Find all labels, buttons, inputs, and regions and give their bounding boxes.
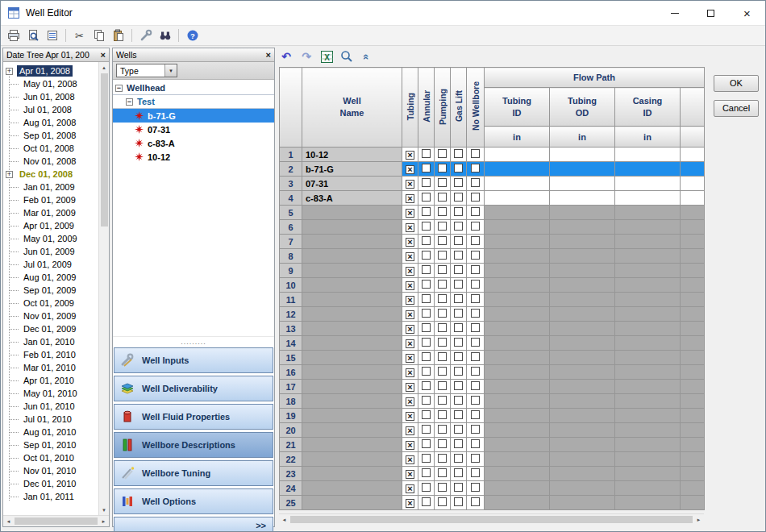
unchecked-checkbox[interactable] [454,193,463,202]
date-tree-item[interactable]: Nov 01, 2009 [3,310,98,322]
unchecked-checkbox[interactable] [454,483,463,492]
date-tree-item[interactable]: Mar 01, 2010 [3,361,98,374]
date-tree-item[interactable]: Jul 01, 2010 [3,413,98,426]
value-cell[interactable] [485,322,550,336]
value-cell[interactable] [485,220,550,235]
checked-checkbox[interactable]: × [406,441,414,450]
collapse-panel-button[interactable]: >> [114,517,273,531]
unchecked-checkbox[interactable] [438,439,447,448]
find-icon[interactable] [156,27,173,44]
date-tree-item[interactable]: Sep 01, 2008 [3,129,98,142]
checked-checkbox[interactable]: × [406,354,414,363]
row-number[interactable]: 14 [280,336,302,351]
date-tree-item[interactable]: +Apr 01, 2008 [3,64,98,77]
unchecked-checkbox[interactable] [454,468,463,477]
scroll-right-icon[interactable]: ► [693,514,704,525]
well-name-cell[interactable] [302,293,402,307]
help-icon[interactable]: ? [184,27,201,44]
value-cell[interactable] [550,206,615,220]
date-tree-item[interactable]: Apr 01, 2010 [3,374,98,387]
value-cell[interactable] [615,278,681,293]
grid-horizontal-scrollbar[interactable]: ◄ ► [279,513,704,525]
value-cell[interactable] [615,394,681,409]
date-tree-item[interactable]: May 01, 2008 [3,77,98,90]
row-number[interactable]: 21 [280,438,302,452]
well-name-cell[interactable] [302,264,402,278]
well-name-cell[interactable] [302,380,402,394]
no-wellbore-column-header[interactable]: No Wellbore [467,68,485,148]
row-number[interactable]: 18 [280,394,302,409]
value-cell[interactable] [485,380,550,394]
value-cell[interactable] [615,467,681,481]
unchecked-checkbox[interactable] [422,468,431,477]
unchecked-checkbox[interactable] [422,425,431,434]
checked-checkbox[interactable]: × [406,151,414,160]
unchecked-checkbox[interactable] [422,309,431,318]
value-cell[interactable] [550,278,615,293]
unchecked-checkbox[interactable] [471,352,480,361]
scroll-left-icon[interactable]: ◄ [3,516,14,526]
unchecked-checkbox[interactable] [422,207,431,216]
value-cell[interactable] [550,235,615,249]
unchecked-checkbox[interactable] [454,294,463,303]
value-cell[interactable] [615,191,681,206]
date-tree-item[interactable]: Oct 01, 2009 [3,297,98,310]
unchecked-checkbox[interactable] [422,280,431,289]
tubing-column-header[interactable]: Tubing [402,68,418,148]
checked-checkbox[interactable]: × [406,209,414,218]
date-tree-item[interactable]: Jun 01, 2009 [3,245,98,258]
value-cell[interactable] [615,336,681,351]
value-cell[interactable] [485,293,550,307]
wells-tree-root[interactable]: − Wellhead [113,81,274,95]
unchecked-checkbox[interactable] [471,149,480,158]
value-cell[interactable] [485,177,550,191]
unchecked-checkbox[interactable] [438,381,447,390]
unchecked-checkbox[interactable] [454,265,463,274]
unchecked-checkbox[interactable] [422,178,431,187]
unchecked-checkbox[interactable] [422,439,431,448]
unchecked-checkbox[interactable] [471,164,480,172]
unchecked-checkbox[interactable] [438,280,447,289]
row-number[interactable]: 1 [280,148,302,162]
date-tree-item[interactable]: Feb 01, 2010 [3,348,98,361]
unchecked-checkbox[interactable] [471,410,480,419]
row-number[interactable]: 3 [280,177,302,191]
value-cell[interactable] [485,409,550,423]
paste-icon[interactable] [110,27,127,44]
scrollbar-thumb[interactable] [101,73,108,227]
unchecked-checkbox[interactable] [422,236,431,245]
tubing-od-column-header[interactable]: Tubing OD [550,88,615,127]
unchecked-checkbox[interactable] [438,149,447,158]
casing-id-column-header[interactable]: Casing ID [615,88,681,127]
unchecked-checkbox[interactable] [471,251,480,260]
unchecked-checkbox[interactable] [438,410,447,419]
value-cell[interactable] [485,351,550,365]
unchecked-checkbox[interactable] [422,294,431,303]
checked-checkbox[interactable]: × [406,484,414,493]
value-cell[interactable] [550,481,615,496]
nav-button-well-options[interactable]: Well Options [114,488,273,514]
date-tree-item[interactable]: Apr 01, 2009 [3,219,98,232]
well-name-cell[interactable] [302,423,402,438]
date-tree-item[interactable]: Dec 01, 2010 [3,477,98,490]
unchecked-checkbox[interactable] [471,178,480,187]
unchecked-checkbox[interactable] [454,497,463,506]
nav-button-wellbore-descriptions[interactable]: Wellbore Descriptions [114,432,273,458]
row-number[interactable]: 24 [280,481,302,496]
row-number[interactable]: 10 [280,278,302,293]
value-cell[interactable] [550,496,615,510]
date-tree-item[interactable]: May 01, 2009 [3,232,98,245]
date-tree-item[interactable]: Oct 01, 2010 [3,451,98,464]
unchecked-checkbox[interactable] [471,207,480,216]
unchecked-checkbox[interactable] [438,323,447,332]
value-cell[interactable] [485,307,550,322]
checked-checkbox[interactable]: × [406,368,414,377]
value-cell[interactable] [485,162,550,177]
chevron-down-icon[interactable]: ▼ [164,64,177,77]
value-cell[interactable] [485,336,550,351]
close-icon[interactable]: × [266,50,271,60]
unchecked-checkbox[interactable] [438,207,447,216]
unchecked-checkbox[interactable] [454,251,463,260]
value-cell[interactable] [615,293,681,307]
date-tree-item[interactable]: Jan 01, 2010 [3,335,98,348]
